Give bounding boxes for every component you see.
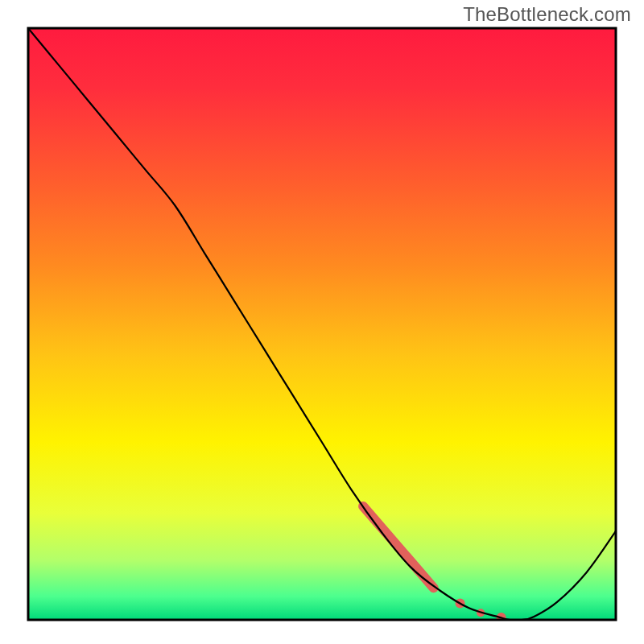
watermark-text: TheBottleneck.com xyxy=(463,3,631,26)
plot-area xyxy=(28,28,616,622)
chart-svg xyxy=(0,0,644,644)
gradient-background xyxy=(28,28,616,620)
chart-container: TheBottleneck.com xyxy=(0,0,644,644)
